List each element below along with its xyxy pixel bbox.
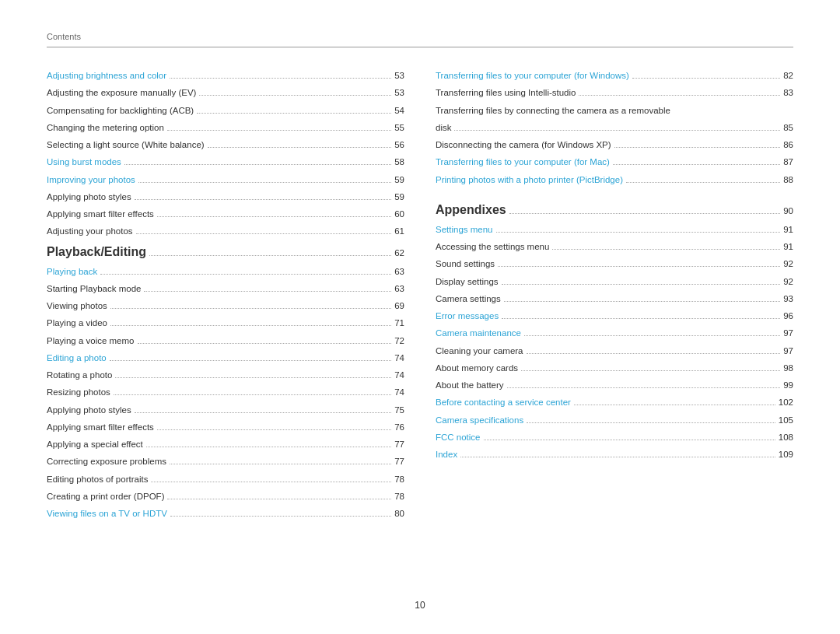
toc-label: Adjusting the exposure manually (EV) [47,86,196,100]
toc-label: Transferring files to your computer (for… [436,69,629,82]
toc-item: Starting Playback mode63 [47,282,404,296]
toc-dots [197,113,391,114]
page: Contents Adjusting brightness and color5… [0,0,840,634]
toc-label: Transferring files by connecting the cam… [436,104,670,117]
toc-dots [498,266,780,267]
toc-dots [151,482,391,482]
toc-dots [208,147,392,148]
toc-page-num: 61 [394,225,404,238]
toc-page-num: 99 [783,379,793,392]
toc-item: Disconnecting the camera (for Windows XP… [436,138,793,152]
toc-label: Display settings [436,275,499,289]
toc-item: Viewing photos69 [47,299,404,313]
toc-item: Cleaning your camera97 [436,345,793,358]
toc-label: Resizing photos [47,386,110,399]
toc-dots [110,325,391,326]
toc-item: Selecting a light source (White balance)… [47,138,404,152]
toc-page-num: 92 [783,275,793,289]
toc-dots [614,147,781,148]
toc-dots [613,164,780,165]
toc-page-num: 96 [783,310,793,323]
playback-section: Playback/Editing 62 Playing back63Starti… [47,243,404,521]
toc-dots [115,377,391,378]
playback-dots [149,255,391,256]
toc-item: Compensating for backlighting (ACB)54 [47,104,404,117]
toc-page-num: 58 [394,156,404,169]
appendixes-dots [509,213,781,214]
toc-page-num: 105 [779,414,793,427]
toc-label: Transferring files using Intelli-studio [436,86,576,100]
toc-label: Adjusting brightness and color [47,69,166,82]
toc-dots [167,499,391,499]
toc-dots [454,130,780,131]
toc-page-num: 72 [394,335,404,348]
toc-label: Selecting a light source (White balance) [47,138,205,152]
toc-label: Starting Playback mode [47,282,141,296]
left-section-items: Playing back63Starting Playback mode63Vi… [47,265,404,521]
toc-item: Transferring files using Intelli-studio8… [436,86,793,100]
toc-dots [579,95,780,96]
toc-dots [135,199,392,200]
toc-dots [138,182,391,183]
toc-label: Viewing files on a TV or HDTV [47,507,167,520]
toc-dots [521,370,780,371]
toc-label: Transferring files to your computer (for… [436,156,610,169]
toc-dots [167,130,391,131]
section-title-playback: Playback/Editing 62 [47,243,404,261]
toc-label: disk [436,121,451,135]
toc-label: Playing a video [47,317,107,330]
toc-label: Applying smart filter effects [47,208,154,221]
toc-label: Compensating for backlighting (ACB) [47,104,194,117]
toc-dots [484,440,775,440]
toc-label: Cleaning your camera [436,345,523,358]
toc-item: Using burst modes58 [47,156,404,169]
toc-item: About memory cards98 [436,362,793,375]
playback-page: 62 [394,247,404,260]
section-title-appendixes: Appendixes 90 [436,201,793,219]
toc-item: FCC notice108 [436,431,793,444]
toc-item: Editing photos of portraits78 [47,473,404,486]
toc-item: Accessing the settings menu91 [436,240,793,254]
toc-item: Settings menu91 [436,223,793,236]
toc-label: Correcting exposure problems [47,455,166,468]
toc-page-num: 80 [394,507,404,520]
toc-label: Rotating a photo [47,369,112,382]
toc-label: Accessing the settings menu [436,240,549,254]
toc-dots [527,353,781,354]
toc-page-num: 82 [783,69,793,82]
toc-item: Resizing photos74 [47,386,404,399]
toc-label: Before contacting a service center [436,396,571,409]
toc-label: Sound settings [436,257,495,271]
toc-page-num: 108 [779,431,793,444]
toc-dots [460,457,775,457]
toc-dots [110,308,391,309]
toc-item: Applying smart filter effects76 [47,421,404,434]
toc-dots [626,182,780,183]
toc-dots [136,233,392,234]
toc-item: Applying a special effect77 [47,438,404,451]
toc-page-num: 93 [783,292,793,306]
toc-dots [144,291,391,292]
toc-item: Index109 [436,448,793,461]
left-column: Adjusting brightness and color53Adjustin… [47,69,404,528]
toc-item: Editing a photo74 [47,352,404,365]
right-top-items: Transferring files to your computer (for… [436,69,793,187]
toc-item: Before contacting a service center102 [436,396,793,409]
toc-page-num: 78 [394,473,404,486]
toc-label: Playing back [47,265,97,278]
toc-dots [574,405,775,405]
toc-label: Viewing photos [47,299,107,313]
toc-item: Improving your photos59 [47,173,404,187]
toc-page-num: 56 [394,138,404,152]
toc-page-num: 109 [779,448,793,461]
toc-page-num: 78 [394,490,404,503]
toc-page-num: 76 [394,421,404,434]
toc-label: Applying a special effect [47,438,143,451]
toc-label: Creating a print order (DPOF) [47,490,164,503]
right-section-items: Settings menu91Accessing the settings me… [436,223,793,462]
toc-label: Applying smart filter effects [47,421,154,434]
toc-dots [552,249,780,250]
toc-page-num: 59 [394,191,404,204]
toc-label: Error messages [436,310,499,323]
toc-label: Camera maintenance [436,327,521,340]
